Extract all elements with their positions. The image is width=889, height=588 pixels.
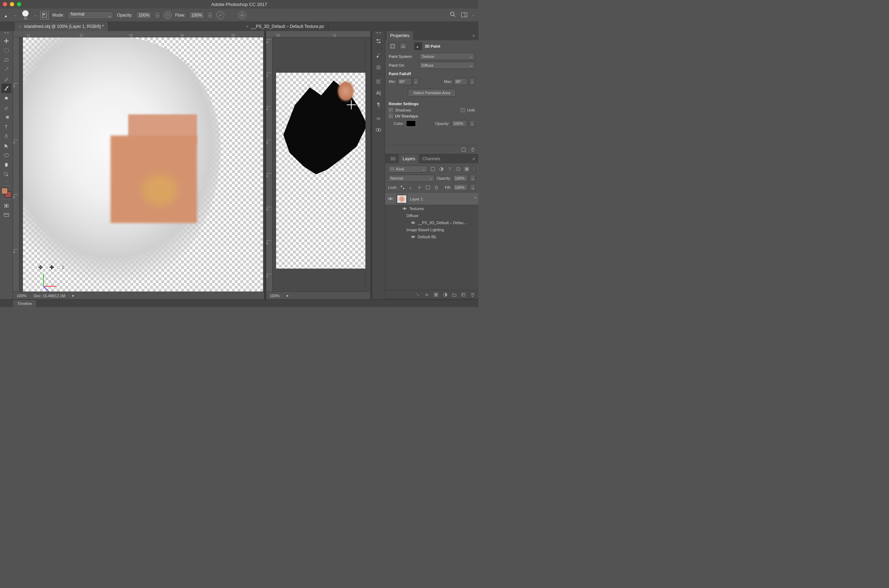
group-icon[interactable] xyxy=(452,292,457,297)
uv-overlays-checkbox[interactable] xyxy=(389,114,393,118)
document-tab-2[interactable]: × __PS_3D_Default – Default Texture.ps xyxy=(242,22,328,31)
3d-scene-mode-icon[interactable] xyxy=(389,42,396,50)
color-swatches[interactable] xyxy=(2,188,11,198)
doc-size[interactable]: Doc: 15.4M/12.1M xyxy=(33,294,65,298)
character-panel-icon[interactable]: A| xyxy=(373,87,384,98)
blend-mode-select[interactable]: Normal ⌵ xyxy=(68,11,113,19)
lock-image-icon[interactable] xyxy=(408,184,414,190)
close-tab-icon[interactable]: × xyxy=(19,24,21,28)
paragraph-panel-icon[interactable] xyxy=(373,76,384,87)
filter-adjustment-icon[interactable] xyxy=(438,166,444,172)
blend-mode-select[interactable]: Normal ⌵ xyxy=(388,175,435,182)
fill-input[interactable]: 100% xyxy=(453,184,468,191)
layer-name[interactable]: Layer 1 xyxy=(410,197,423,201)
3d-orbit-icon[interactable]: ✥ xyxy=(37,264,44,270)
current-tool-icon[interactable] xyxy=(3,12,11,19)
horizontal-ruler[interactable]: 1 2 3 4 5 xyxy=(13,31,264,38)
paint-on-select[interactable]: Diffuse ⌵ xyxy=(419,62,475,69)
eyedropper-tool[interactable] xyxy=(2,74,11,84)
3d-tab[interactable]: 3D xyxy=(387,154,399,164)
lock-all-icon[interactable] xyxy=(433,184,440,190)
link-layers-icon[interactable] xyxy=(415,292,420,297)
layer-sublist[interactable]: Image Based Lighting xyxy=(385,226,478,233)
chevron-down-icon[interactable]: ⌵ xyxy=(472,13,475,17)
chevron-down-icon[interactable]: ⌵ xyxy=(470,175,476,182)
visibility-icon[interactable] xyxy=(387,196,393,201)
opacity-input[interactable]: 100% xyxy=(136,11,152,19)
type-tool[interactable]: T xyxy=(2,122,11,131)
panel-grip-icon[interactable] xyxy=(1,33,12,36)
zoom-window-icon[interactable] xyxy=(17,2,21,6)
move-tool[interactable] xyxy=(2,36,11,45)
screen-mode-icon[interactable] xyxy=(2,210,11,220)
pressure-size-icon[interactable] xyxy=(238,11,246,19)
chevron-down-icon[interactable]: ⌵ xyxy=(469,120,475,127)
filter-smart-icon[interactable] xyxy=(464,166,470,172)
new-layer-icon[interactable] xyxy=(461,292,466,297)
foreground-color-swatch[interactable] xyxy=(2,188,8,194)
layer-thumbnail[interactable] xyxy=(396,195,407,204)
flow-chevron-icon[interactable]: ⌵ xyxy=(208,11,213,19)
overlay-color-swatch[interactable] xyxy=(406,120,416,127)
3d-paint-mode-icon[interactable] xyxy=(414,42,422,50)
quick-mask-icon[interactable] xyxy=(2,201,11,210)
min-angle-input[interactable]: 90° xyxy=(398,78,411,85)
layer-filter-select[interactable]: Kind ⌵ xyxy=(388,165,428,172)
chevron-down-icon[interactable]: ⌵ xyxy=(34,13,37,17)
layer-sublist[interactable]: Diffuse xyxy=(385,212,478,219)
3d-axis-widget[interactable] xyxy=(41,270,59,288)
chevron-right-icon[interactable]: ▸ xyxy=(287,293,289,298)
flow-input[interactable]: 100% xyxy=(189,11,205,19)
shape-tool[interactable] xyxy=(2,150,11,160)
unlit-checkbox[interactable] xyxy=(461,108,465,112)
opacity-chevron-icon[interactable]: ⌵ xyxy=(155,11,160,19)
panel-menu-icon[interactable]: ≡ xyxy=(471,33,477,38)
zoom-tool[interactable] xyxy=(2,170,11,179)
glyphs-panel-icon[interactable]: ¶ xyxy=(373,99,384,110)
pen-tool[interactable] xyxy=(2,131,11,141)
overlay-opacity-input[interactable]: 100% xyxy=(452,120,467,127)
eraser-tool[interactable] xyxy=(2,103,11,112)
zoom-level[interactable]: 100% xyxy=(17,294,27,298)
layers-tab[interactable]: Layers xyxy=(399,154,419,164)
layer-mask-icon[interactable] xyxy=(433,292,439,297)
search-icon[interactable] xyxy=(450,11,456,19)
chevron-down-icon[interactable]: ⌵ xyxy=(469,78,475,85)
lasso-tool[interactable] xyxy=(2,55,11,64)
adjustments-panel-icon[interactable] xyxy=(373,36,384,46)
ibl-file-row[interactable]: Default IBL xyxy=(385,233,478,240)
shadows-checkbox[interactable] xyxy=(389,108,393,112)
more-tools-icon[interactable]: ⋯ xyxy=(2,179,11,184)
hand-tool[interactable] xyxy=(2,160,11,170)
vertical-scrollbar[interactable] xyxy=(365,38,370,291)
layer-style-icon[interactable]: fx xyxy=(424,292,429,297)
visibility-icon[interactable] xyxy=(402,207,407,210)
canvas-2[interactable] xyxy=(273,38,365,291)
panel-menu-icon[interactable]: ≡ xyxy=(471,157,477,161)
minimize-window-icon[interactable] xyxy=(10,2,14,6)
document-tab-1[interactable]: × islandmed.obj @ 100% (Layer 1, RGB/8) … xyxy=(15,22,108,31)
visibility-icon[interactable] xyxy=(411,235,416,238)
canvas-1[interactable]: ✥ ✚ ↕ xyxy=(20,38,264,291)
layer-opacity-input[interactable]: 100% xyxy=(453,175,468,182)
libraries-panel-icon[interactable] xyxy=(373,113,384,124)
clone-stamp-tool[interactable] xyxy=(2,93,11,103)
cc-libraries-icon[interactable] xyxy=(373,124,384,135)
trash-icon[interactable] xyxy=(470,292,476,297)
filter-type-icon[interactable]: T xyxy=(447,166,453,172)
paint-system-select[interactable]: Texture ⌵ xyxy=(419,53,475,60)
toggle-brush-panel-icon[interactable] xyxy=(40,11,49,20)
texture-file-row[interactable]: __PS_3D_Default – Defau... xyxy=(385,219,478,226)
workspace-switcher-icon[interactable] xyxy=(461,12,467,18)
brush-preset-picker[interactable]: 41 xyxy=(20,10,31,21)
chevron-down-icon[interactable]: ⌵ xyxy=(470,184,476,191)
layer-row[interactable]: Layer 1 ⌃ xyxy=(385,193,478,205)
magic-wand-tool[interactable] xyxy=(2,64,11,74)
marquee-tool[interactable] xyxy=(2,45,11,55)
path-selection-tool[interactable] xyxy=(2,141,11,150)
properties-tab[interactable]: Properties xyxy=(387,31,413,40)
lock-transparency-icon[interactable] xyxy=(399,184,405,190)
pressure-opacity-icon[interactable] xyxy=(164,11,171,19)
channels-tab[interactable]: Channels xyxy=(419,154,444,164)
timeline-tab[interactable]: Timeline xyxy=(13,300,36,307)
